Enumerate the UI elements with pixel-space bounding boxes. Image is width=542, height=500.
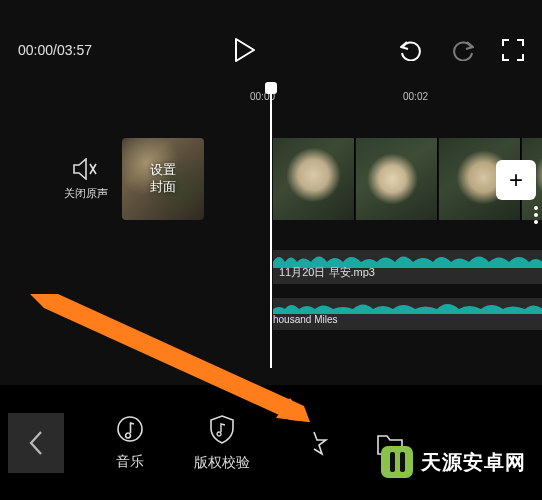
- annotation-arrow: [30, 294, 310, 424]
- add-clip-button[interactable]: +: [496, 160, 536, 200]
- play-icon[interactable]: [234, 38, 256, 62]
- more-dots-icon: [534, 206, 540, 224]
- star-icon: [300, 429, 328, 457]
- audio-track-1-label: 11月20日 早安.mp3: [279, 265, 375, 280]
- fullscreen-icon[interactable]: [502, 39, 524, 61]
- partial-tab-1[interactable]: [268, 429, 360, 457]
- redo-icon: [450, 39, 476, 61]
- watermark-logo-icon: [381, 446, 413, 478]
- watermark: 天源安卓网: [381, 446, 526, 478]
- audio-track-2[interactable]: housand Miles: [273, 298, 542, 330]
- audio-track-1[interactable]: 11月20日 早安.mp3: [273, 250, 542, 284]
- undo-icon[interactable]: [398, 39, 424, 61]
- mute-original-audio-button[interactable]: 关闭原声: [64, 158, 108, 201]
- svg-marker-0: [30, 294, 310, 422]
- video-frame[interactable]: [273, 138, 355, 220]
- video-frame[interactable]: [356, 138, 438, 220]
- mute-label: 关闭原声: [64, 186, 108, 201]
- set-cover-button[interactable]: 设置封面: [122, 138, 204, 220]
- time-display: 00:00/03:57: [18, 42, 92, 58]
